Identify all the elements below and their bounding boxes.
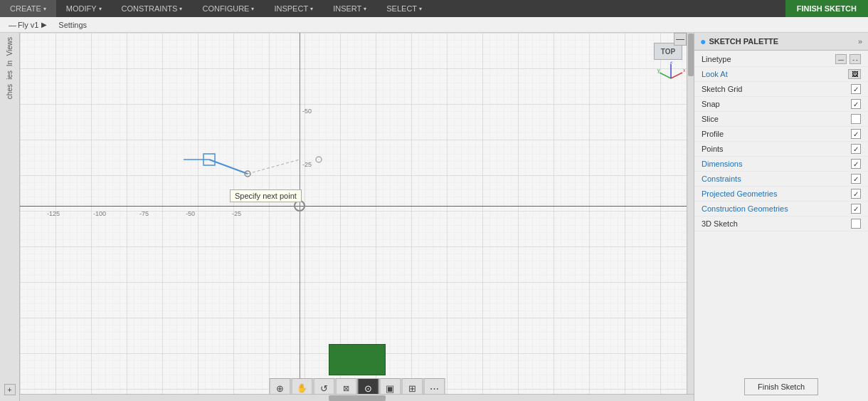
left-sidebar: Views In ies ches + bbox=[0, 33, 20, 401]
finish-sketch-button[interactable]: Finish Sketch bbox=[744, 378, 818, 395]
pan-icon: ✋ bbox=[297, 383, 307, 393]
palette-row-linetype: Linetype — - - bbox=[694, 52, 868, 67]
menu-constraints[interactable]: CONSTRAINTS ▾ bbox=[112, 0, 193, 17]
palette-row-snap: Snap bbox=[694, 97, 868, 112]
profile-label: Profile bbox=[702, 130, 724, 138]
linetype-controls: — - - bbox=[835, 54, 861, 64]
look-at-control: 🖼 bbox=[848, 69, 861, 79]
menu-insert[interactable]: INSERT ▾ bbox=[323, 0, 376, 17]
3dsketch-checkbox[interactable] bbox=[851, 219, 861, 229]
tick-neg100: -100 bbox=[93, 210, 106, 217]
palette-pin-icon: ● bbox=[700, 36, 706, 47]
svg-text:x: x bbox=[683, 68, 685, 73]
points-checkbox[interactable] bbox=[851, 144, 861, 154]
constraints-label: Constraints bbox=[702, 175, 741, 183]
construction-label: Construction Geometries bbox=[702, 204, 788, 213]
dimensions-label: Dimensions bbox=[702, 160, 742, 168]
play-icon[interactable]: ▶ bbox=[41, 21, 47, 28]
select-caret: ▾ bbox=[419, 6, 422, 12]
menu-bar: CREATE ▾ MODIFY ▾ CONSTRAINTS ▾ CONFIGUR… bbox=[0, 0, 868, 17]
palette-row-profile: Profile bbox=[694, 127, 868, 142]
corner-minus-btn[interactable]: — bbox=[674, 33, 687, 46]
look-at-label[interactable]: Look At bbox=[702, 70, 728, 78]
svg-text:z: z bbox=[670, 61, 673, 64]
canvas-area[interactable]: -125 -100 -75 -50 -25 -50 -25 Specify n bbox=[20, 33, 694, 401]
snap-label: Snap bbox=[702, 100, 720, 108]
palette-body: Linetype — - - Look At 🖼 Sketch Grid bbox=[694, 51, 868, 373]
zoom-extent-icon: ⊠ bbox=[343, 384, 349, 393]
palette-title: ● SKETCH PALETTE bbox=[700, 36, 778, 47]
sidebar-ches[interactable]: ches bbox=[4, 83, 15, 100]
projected-checkbox[interactable] bbox=[851, 189, 861, 199]
menu-inspect[interactable]: INSPECT ▾ bbox=[264, 0, 323, 17]
palette-row-look-at: Look At 🖼 bbox=[694, 67, 868, 82]
move-icon: ⊕ bbox=[276, 383, 284, 394]
sidebar-plus-btn[interactable]: + bbox=[4, 384, 16, 395]
main-layout: Views In ies ches + bbox=[0, 33, 868, 401]
constraints-checkbox[interactable] bbox=[851, 174, 861, 184]
axis-horizontal bbox=[20, 206, 694, 207]
axis-vertical bbox=[300, 33, 300, 401]
configure-caret: ▾ bbox=[251, 6, 254, 12]
palette-row-3dsketch: 3D Sketch bbox=[694, 217, 868, 231]
menu-select[interactable]: SELECT ▾ bbox=[376, 0, 432, 17]
scrollbar-horizontal[interactable] bbox=[20, 394, 694, 401]
zoom-icon: ⊙ bbox=[364, 383, 372, 394]
look-at-icon[interactable]: 🖼 bbox=[848, 69, 861, 79]
sidebar-in[interactable]: In bbox=[4, 59, 15, 68]
axes-svg: x y z bbox=[657, 61, 685, 81]
display-icon: ▣ bbox=[386, 383, 394, 394]
3d-view-indicator bbox=[329, 344, 386, 375]
cube-axes: x y z bbox=[650, 61, 687, 81]
tick-neg50v: -50 bbox=[302, 108, 312, 115]
sidebar-views[interactable]: Views bbox=[4, 36, 15, 58]
sub-fly[interactable]: — Fly v1 ▶ bbox=[3, 17, 53, 32]
finish-sketch-menu[interactable]: FINISH SKETCH bbox=[785, 0, 868, 17]
sketch-grid-checkbox[interactable] bbox=[851, 84, 861, 94]
palette-row-sketch-grid: Sketch Grid bbox=[694, 82, 868, 97]
tick-neg50: -50 bbox=[186, 210, 195, 217]
menu-modify[interactable]: MODIFY ▾ bbox=[56, 0, 112, 17]
svg-text:y: y bbox=[657, 68, 660, 73]
palette-row-constraints: Constraints bbox=[694, 172, 868, 187]
more-icon: ⋯ bbox=[430, 383, 439, 394]
palette-row-dimensions: Dimensions bbox=[694, 157, 868, 172]
palette-row-points: Points bbox=[694, 142, 868, 157]
tick-neg75: -75 bbox=[139, 210, 149, 217]
grid-icon: ⊞ bbox=[408, 383, 416, 394]
palette-row-projected: Projected Geometries bbox=[694, 187, 868, 202]
dimensions-checkbox[interactable] bbox=[851, 159, 861, 169]
menu-create[interactable]: CREATE ▾ bbox=[0, 0, 56, 17]
profile-checkbox[interactable] bbox=[851, 129, 861, 139]
menu-configure[interactable]: CONFIGURE ▾ bbox=[192, 0, 264, 17]
scrollbar-vertical[interactable] bbox=[687, 33, 694, 394]
sub-toolbar: — Fly v1 ▶ Settings bbox=[0, 17, 868, 33]
insert-caret: ▾ bbox=[364, 6, 366, 12]
palette-expand-btn[interactable]: » bbox=[858, 37, 862, 46]
palette-row-slice: Slice bbox=[694, 112, 868, 127]
3dsketch-label: 3D Sketch bbox=[702, 219, 738, 228]
linetype-icon-dashed[interactable]: - - bbox=[850, 54, 861, 64]
linetype-icon-solid[interactable]: — bbox=[835, 54, 847, 64]
tick-neg125: -125 bbox=[47, 210, 60, 217]
tick-neg25v: -25 bbox=[302, 161, 312, 168]
linetype-label: Linetype bbox=[702, 55, 731, 63]
sidebar-ies[interactable]: ies bbox=[4, 69, 15, 81]
construction-checkbox[interactable] bbox=[851, 204, 861, 214]
palette-header: ● SKETCH PALETTE » bbox=[694, 33, 868, 51]
minus-icon: — bbox=[9, 21, 16, 29]
sub-settings[interactable]: Settings bbox=[53, 17, 92, 32]
look-icon: ↺ bbox=[320, 383, 328, 394]
sketch-palette: ● SKETCH PALETTE » Linetype — - - Look A… bbox=[694, 33, 868, 401]
points-label: Points bbox=[702, 145, 724, 153]
inspect-caret: ▾ bbox=[310, 6, 313, 12]
snap-checkbox[interactable] bbox=[851, 99, 861, 109]
sketch-tooltip: Specify next point bbox=[230, 189, 302, 202]
slice-label: Slice bbox=[702, 115, 719, 123]
modify-caret: ▾ bbox=[99, 6, 102, 12]
slice-checkbox[interactable] bbox=[851, 114, 861, 124]
svg-line-9 bbox=[671, 73, 682, 78]
create-caret: ▾ bbox=[43, 6, 46, 12]
svg-line-11 bbox=[660, 73, 671, 78]
projected-label: Projected Geometries bbox=[702, 189, 777, 198]
